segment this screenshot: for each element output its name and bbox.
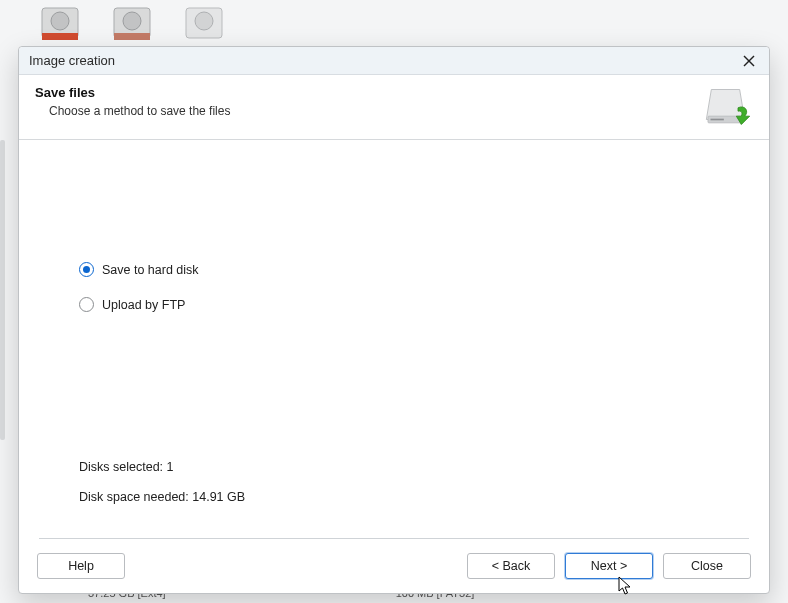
back-button[interactable]: < Back [467,553,555,579]
radio-label: Upload by FTP [102,298,185,312]
radio-upload-ftp[interactable]: Upload by FTP [79,297,753,312]
close-button[interactable]: Close [663,553,751,579]
dialog-header: Save files Choose a method to save the f… [19,75,769,140]
bg-disk-thumbnails [0,0,788,50]
dialog-title: Image creation [29,53,115,68]
button-label: Next > [591,559,627,573]
space-needed-value: 14.91 GB [192,490,245,504]
hard-disk-icon [108,4,156,44]
svg-point-1 [51,12,69,30]
bg-disk-thumb-1 [36,4,84,44]
dialog-close-button[interactable] [735,50,763,72]
close-icon [743,55,755,67]
space-needed-label: Disk space needed: [79,490,189,504]
save-disk-illustration [697,85,753,129]
disks-selected-label: Disks selected: [79,460,163,474]
svg-rect-2 [42,33,78,40]
save-method-group: Save to hard disk Upload by FTP [79,262,753,332]
page-subtitle: Choose a method to save the files [49,104,697,118]
radio-icon [79,297,94,312]
space-needed-line: Disk space needed: 14.91 GB [79,490,753,504]
radio-icon [79,262,94,277]
hard-disk-icon [36,4,84,44]
radio-save-to-disk[interactable]: Save to hard disk [79,262,753,277]
hard-disk-icon [180,4,228,44]
dialog-body: Save to hard disk Upload by FTP Disks se… [19,140,769,539]
bg-scrollbar-hint [0,140,5,440]
svg-rect-5 [114,33,150,40]
svg-point-7 [195,12,213,30]
disks-selected-line: Disks selected: 1 [79,460,753,474]
button-label: Close [691,559,723,573]
bg-disk-thumb-2 [108,4,156,44]
hard-disk-save-icon [703,86,753,128]
dialog-footer: Help < Back Next > Close [19,539,769,593]
help-button[interactable]: Help [37,553,125,579]
dialog-titlebar: Image creation [19,47,769,75]
bg-disk-thumb-3 [180,4,228,44]
button-label: < Back [492,559,531,573]
image-creation-dialog: Image creation Save files Choose a metho… [18,46,770,594]
next-button[interactable]: Next > [565,553,653,579]
summary-block: Disks selected: 1 Disk space needed: 14.… [79,460,753,520]
svg-rect-11 [711,119,724,121]
button-label: Help [68,559,94,573]
disks-selected-value: 1 [167,460,174,474]
page-title: Save files [35,85,697,100]
radio-label: Save to hard disk [102,263,199,277]
svg-point-4 [123,12,141,30]
